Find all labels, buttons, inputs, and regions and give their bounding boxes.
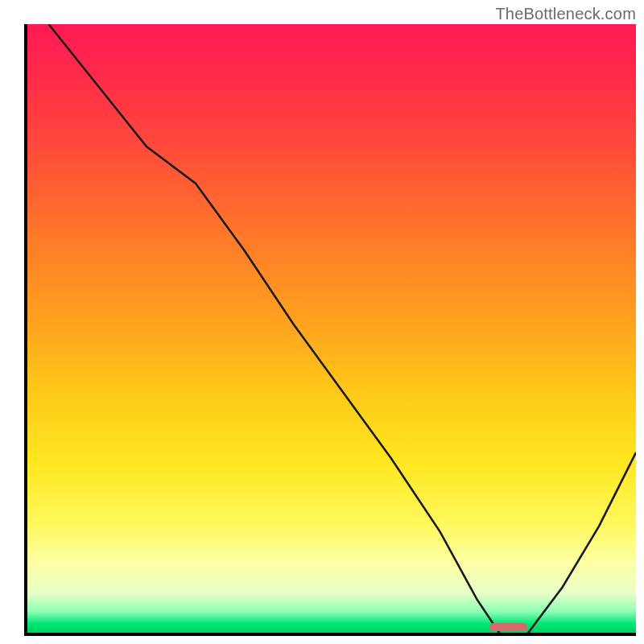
- chart-stage: TheBottleneck.com: [0, 0, 644, 644]
- x-axis: [24, 633, 636, 636]
- axes: [24, 24, 636, 636]
- watermark-text: TheBottleneck.com: [495, 5, 636, 23]
- y-axis: [24, 24, 27, 636]
- plot-area: [24, 24, 636, 636]
